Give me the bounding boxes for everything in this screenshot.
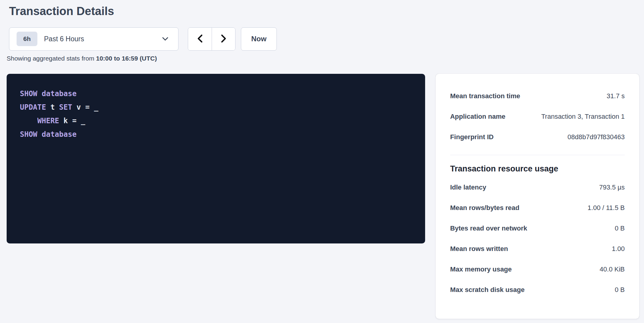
summary-rows: Mean transaction time 31.7 s Application… bbox=[450, 86, 625, 147]
detail-row-value: 1.00 bbox=[612, 245, 625, 253]
detail-row: Max memory usage 40.0 KiB bbox=[450, 259, 625, 280]
sql-line: UPDATE t SET v = _ bbox=[20, 101, 416, 114]
sql-line: WHERE k = _ bbox=[20, 114, 416, 128]
detail-row-value: 40.0 KiB bbox=[600, 265, 625, 273]
previous-time-button[interactable] bbox=[188, 28, 212, 50]
chevron-down-icon bbox=[162, 37, 169, 41]
detail-row: Bytes read over network 0 B bbox=[450, 218, 625, 239]
detail-row-label: Mean rows/bytes read bbox=[450, 204, 519, 212]
page-title: Transaction Details bbox=[9, 4, 639, 19]
time-range-label: Past 6 Hours bbox=[44, 35, 162, 43]
sql-line: SHOW database bbox=[20, 87, 416, 101]
detail-row: Mean transaction time 31.7 s bbox=[450, 86, 625, 106]
time-range-badge: 6h bbox=[17, 32, 37, 46]
sql-line: SHOW database bbox=[20, 128, 416, 141]
detail-row: Mean rows written 1.00 bbox=[450, 239, 625, 259]
aggregated-stats-subtitle: Showing aggregated stats from 10:00 to 1… bbox=[7, 54, 639, 63]
detail-row-label: Mean transaction time bbox=[450, 92, 520, 100]
next-time-button[interactable] bbox=[212, 28, 235, 50]
resource-usage-header: Transaction resource usage bbox=[450, 164, 625, 174]
chevron-left-icon bbox=[197, 34, 203, 44]
main-content: SHOW databaseUPDATE t SET v = _ WHERE k … bbox=[7, 74, 639, 319]
detail-row-value: 08d8b7d97f830463 bbox=[567, 133, 625, 141]
detail-row-label: Application name bbox=[450, 113, 505, 121]
detail-row-label: Fingerprint ID bbox=[450, 133, 494, 141]
detail-row-value: 0 B bbox=[615, 224, 625, 232]
detail-row: Max scratch disk usage 0 B bbox=[450, 280, 625, 300]
time-controls: 6h Past 6 Hours bbox=[9, 27, 639, 51]
card-divider bbox=[450, 155, 625, 155]
detail-row-value: 1.00 / 11.5 B bbox=[588, 204, 625, 212]
now-button[interactable]: Now bbox=[241, 27, 277, 51]
time-range-dropdown[interactable]: 6h Past 6 Hours bbox=[9, 27, 178, 51]
detail-row-value: Transaction 3, Transaction 1 bbox=[541, 113, 625, 121]
chevron-right-icon bbox=[220, 34, 227, 44]
detail-row: Mean rows/bytes read 1.00 / 11.5 B bbox=[450, 198, 625, 218]
detail-row: Fingerprint ID 08d8b7d97f830463 bbox=[450, 127, 625, 147]
detail-row-label: Bytes read over network bbox=[450, 224, 527, 232]
detail-row-label: Max memory usage bbox=[450, 265, 512, 273]
transaction-details-card: Mean transaction time 31.7 s Application… bbox=[436, 74, 639, 319]
subtitle-time-range: 10:00 to 16:59 (UTC) bbox=[96, 55, 157, 62]
detail-row-value: 793.5 µs bbox=[599, 183, 625, 191]
detail-row-value: 0 B bbox=[615, 286, 625, 294]
detail-row-label: Max scratch disk usage bbox=[450, 286, 525, 294]
detail-row-label: Idle latency bbox=[450, 183, 486, 191]
detail-row-label: Mean rows written bbox=[450, 245, 508, 253]
detail-row: Application name Transaction 3, Transact… bbox=[450, 106, 625, 127]
sql-statements-box: SHOW databaseUPDATE t SET v = _ WHERE k … bbox=[7, 74, 425, 243]
detail-row: Idle latency 793.5 µs bbox=[450, 177, 625, 198]
time-step-button-group bbox=[188, 27, 235, 51]
subtitle-prefix: Showing aggregated stats from bbox=[7, 55, 96, 62]
usage-rows: Idle latency 793.5 µs Mean rows/bytes re… bbox=[450, 177, 625, 300]
transaction-details-page: Transaction Details 6h Past 6 Hours bbox=[0, 0, 644, 319]
detail-row-value: 31.7 s bbox=[607, 92, 625, 100]
